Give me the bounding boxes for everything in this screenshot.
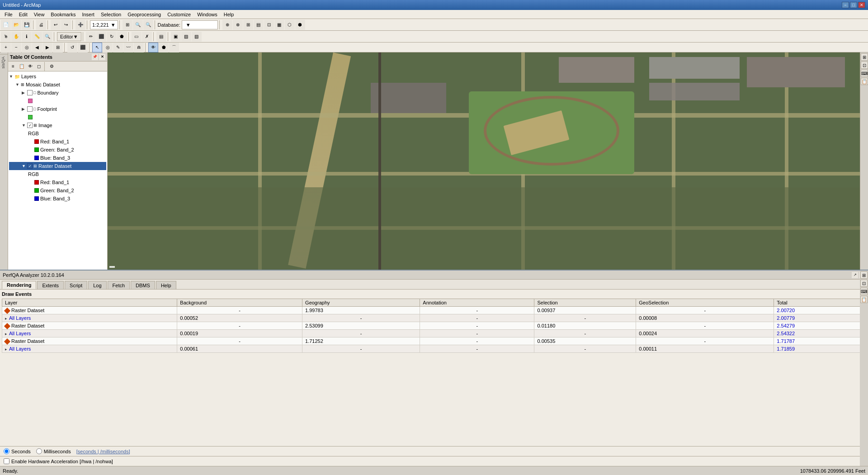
right-panel-btn-1[interactable]: ⊞ [861,53,868,61]
tab-script[interactable]: Script [65,281,87,289]
menu-customize[interactable]: Customize [165,11,193,18]
tb-btn-5[interactable]: ⊡ [264,20,274,30]
select-features-btn[interactable]: ▭ [132,32,142,42]
prev-extent[interactable]: ◀ [32,43,42,52]
tab-log[interactable]: Log [88,281,106,289]
seconds-radio[interactable] [4,448,9,454]
database-dropdown[interactable]: ▼ [182,20,218,29]
menu-windows[interactable]: Windows [194,11,220,18]
identify-button[interactable]: ℹ [22,32,32,42]
editor-label[interactable]: Editor▼ [57,32,81,41]
toc-source-btn[interactable]: 📋 [18,62,26,71]
tb-btn-6[interactable]: ▦ [274,20,284,30]
tab-dbms[interactable]: DBMS [131,281,155,289]
tb-btn-8[interactable]: ⬢ [295,20,305,30]
print-button[interactable]: 🖨 [36,20,46,30]
toc-footprint[interactable]: ▶ □ Footprint [9,105,106,113]
milliseconds-radio[interactable] [36,448,42,454]
select-mode-btn[interactable]: ◎ [103,43,113,52]
redo-button[interactable]: ↪ [61,20,71,30]
zoom-in-fixed[interactable]: + [1,43,11,52]
trace-btn[interactable]: 〰 [123,43,133,52]
sketch-button[interactable]: ✏ [86,32,96,42]
zoom-in-button[interactable]: 🔍 [133,20,143,30]
open-button[interactable]: 📂 [11,20,21,30]
raster-btn-3[interactable]: ▧ [192,32,202,42]
right-panel-btn-3[interactable]: ⌨ [861,70,868,77]
toc-selection-btn[interactable]: ◻ [35,62,43,71]
clear-selected-btn[interactable]: ✗ [142,32,152,42]
side-tab-layers[interactable]: sis/QA [0,54,8,71]
vertex-button[interactable]: ⬛ [96,32,106,42]
tb-btn-2[interactable]: ⊗ [233,20,243,30]
new-button[interactable]: 📄 [1,20,11,30]
right-panel-btn-4[interactable]: 📋 [861,78,868,85]
toc-close-button[interactable]: ✕ [99,54,105,60]
boundary-checkbox[interactable] [27,90,33,95]
footprint-checkbox[interactable] [27,106,33,112]
feature-btn[interactable]: ⬟ [159,43,169,52]
find-button[interactable]: 🔍 [42,32,52,42]
right-panel-btn-2[interactable]: ⊡ [861,62,868,69]
raster-btn-1[interactable]: ▣ [171,32,181,42]
rotate-button[interactable]: ↻ [107,32,117,42]
scale-dropdown[interactable]: 1:2,221 ▼ [90,20,118,29]
menu-insert[interactable]: Insert [79,11,97,18]
menu-file[interactable]: File [2,11,15,18]
image-checkbox[interactable]: ✓ [27,123,33,128]
zoom-out-fixed[interactable]: − [11,43,21,52]
minimize-button[interactable]: − [842,2,849,8]
cursor-btn[interactable]: ↖ [92,43,102,52]
tb-btn-3[interactable]: ⊞ [243,20,253,30]
reshape-button[interactable]: ⬟ [117,32,127,42]
toc-boundary[interactable]: ▶ □ Boundary [9,89,106,97]
snapping-btn[interactable]: ⋒ [134,43,144,52]
raster-btn-2[interactable]: ▨ [181,32,191,42]
perfqa-float-button[interactable]: ↗ [852,272,858,278]
next-extent[interactable]: ▶ [42,43,52,52]
perfqa-side-btn-4[interactable]: 📋 [860,296,868,303]
refresh-btn[interactable]: ↺ [67,43,77,52]
pan-button[interactable]: ✋ [11,32,21,42]
perfqa-side-btn-2[interactable]: ⊡ [860,280,868,287]
perfqa-side-btn-1[interactable]: ⊞ [860,271,868,279]
tb-btn-1[interactable]: ⊕ [222,20,232,30]
zoom-to-selection[interactable]: ◎ [22,43,32,52]
attribute-table-btn[interactable]: ▤ [156,32,166,42]
full-extent-button[interactable]: ⊞ [123,20,132,30]
tab-extents[interactable]: Extents [37,281,64,289]
hw-accel-checkbox[interactable] [4,458,9,464]
tb-btn-4[interactable]: ▤ [254,20,264,30]
map-area[interactable] [108,52,860,270]
toc-options-btn[interactable]: ⚙ [47,62,56,71]
menu-help[interactable]: Help [221,11,237,18]
menu-edit[interactable]: Edit [16,11,30,18]
perfqa-side-btn-3[interactable]: ⌨ [860,288,868,295]
measure-button[interactable]: 📏 [32,32,42,42]
toc-image[interactable]: ▼ ✓ ⊞ Image [9,121,106,129]
arc-btn[interactable]: ⌒ [169,43,179,52]
navigate-button[interactable]: 🖱 [1,32,11,42]
menu-bookmarks[interactable]: Bookmarks [48,11,78,18]
toc-pin-button[interactable]: 📌 [92,54,98,60]
toc-visibility-btn[interactable]: 👁 [26,62,34,71]
toc-layers-root[interactable]: ▼ 📁 Layers [9,72,106,81]
menu-geoprocessing[interactable]: Geoprocessing [125,11,164,18]
save-button[interactable]: 💾 [22,20,32,30]
full-ext-btn[interactable]: ⊞ [53,43,63,52]
tb-btn-7[interactable]: ⬡ [285,20,295,30]
tab-rendering[interactable]: Rendering [2,281,36,289]
raster-checkbox[interactable]: ✓ [27,163,33,169]
visibility-btn[interactable]: 👁 [148,43,158,52]
close-button[interactable]: ✕ [858,2,865,8]
edit-mode-btn[interactable]: ✎ [113,43,123,52]
tab-fetch[interactable]: Fetch [108,281,130,289]
tab-help[interactable]: Help [156,281,176,289]
toc-raster-dataset[interactable]: ▼ ✓ ⊞ Raster Dataset [9,162,106,170]
stop-btn[interactable]: ⬛ [78,43,88,52]
menu-selection[interactable]: Selection [98,11,124,18]
maximize-button[interactable]: □ [850,2,857,8]
toc-list-btn[interactable]: ≡ [9,62,17,71]
undo-button[interactable]: ↩ [51,20,61,30]
units-link[interactable]: [seconds | /milliseconds] [76,449,130,454]
